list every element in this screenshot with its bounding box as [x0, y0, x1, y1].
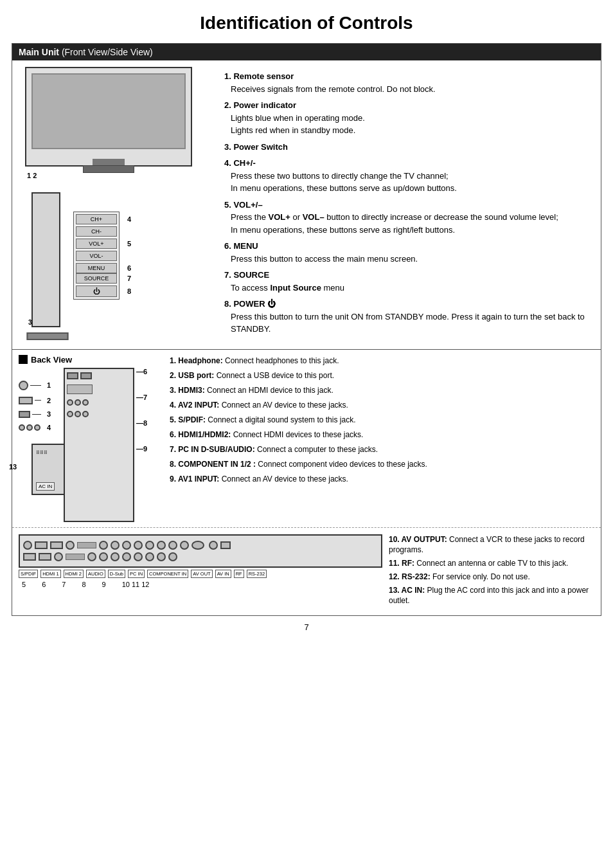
back-view-diagram: Back View 1: [19, 355, 160, 522]
num-8: 8: [127, 287, 131, 295]
bottom-panel-top: [19, 534, 382, 568]
tv-front-illustration: [25, 67, 192, 167]
desc-menu: 6. MENU Press this button to access the …: [224, 240, 588, 265]
bp-circle-10: [180, 541, 189, 550]
bp2-circle-1: [54, 552, 63, 561]
bp2-circle-7: [145, 552, 154, 561]
port-headphone: 1: [19, 381, 41, 390]
bnum-7: 7: [62, 581, 66, 588]
black-square-icon: [19, 355, 28, 364]
bp-circle-large: [191, 541, 204, 550]
desc-1-title: 1. Remote sensor: [224, 71, 294, 81]
vol-minus-btn: VOL-: [76, 251, 117, 261]
bp-circle-3: [99, 541, 108, 550]
bottom-number-row: 5 6 7 8 9 10 11 12: [19, 581, 382, 588]
tv-side-body: [31, 192, 60, 327]
comp-cb: [75, 399, 81, 406]
label-rs232: RS-232: [247, 570, 267, 578]
tv-side-base: [27, 332, 69, 340]
label-hdmi2: HDMI 2: [64, 570, 84, 578]
rp-num-8: —8: [136, 419, 147, 427]
right-panel-box: [64, 368, 134, 522]
bp-circle-4: [111, 541, 120, 550]
tv-stand: [83, 165, 134, 173]
bp2-rect-2: [39, 553, 51, 561]
bottom-ports-bottom-row: [23, 552, 378, 561]
top-section: 1 2 3 CH+ 4 CH-: [12, 60, 601, 349]
back-desc-3: 3. HDMI3: Connect an HDMI device to this…: [170, 384, 591, 396]
usb-port: [19, 397, 33, 404]
ch-minus-btn: CH-: [76, 226, 117, 237]
bp-circle-5: [122, 541, 131, 550]
back-desc-5: 5. S/PDIF: Connect a digital sound syste…: [170, 414, 591, 426]
av1-group: [67, 411, 131, 417]
hdmi12-group: [67, 372, 131, 379]
desc-8-body: Press this button to turn the unit ON fr…: [231, 311, 588, 336]
back-panel-area: 1 2 3: [19, 368, 160, 522]
bp-circle-rf: [209, 541, 218, 550]
controls-diagram: CH+ 4 CH- VOL+ 5 VOL- MENU 6: [73, 212, 120, 340]
desc-ch: 4. CH+/- Press these two buttons to dire…: [224, 157, 588, 195]
label-pcin: PC IN: [128, 570, 145, 578]
menu-btn: MENU: [76, 263, 117, 273]
ch-plus-btn: CH+: [76, 214, 117, 224]
back-view-label: Back View: [19, 355, 160, 365]
headphone-jack: [19, 381, 28, 390]
desc-5-body: Press the VOL+ or VOL– button to directl…: [231, 211, 588, 236]
hdmi2-jack: [80, 372, 92, 379]
av2-jacks: [19, 424, 40, 431]
av1-jack-1: [67, 411, 73, 417]
bnum-8: 8: [82, 581, 85, 588]
bnum-10: 10 11 12: [122, 581, 150, 588]
desc-remote-sensor: 1. Remote sensor Receives signals from t…: [224, 70, 588, 95]
bottom-ports-top-row: [23, 541, 378, 550]
connector-line-3: [32, 414, 41, 415]
bp2-circle-5: [122, 552, 131, 561]
bp-circle-7: [145, 541, 154, 550]
bottom-descriptions: 10. AV OUTPUT: Connect a VCR to these ja…: [389, 534, 594, 610]
tv-foot: [93, 159, 125, 165]
bp2-circle-6: [134, 552, 143, 561]
bp-circle-8: [157, 541, 166, 550]
desc-power-switch: 3. Power Switch: [224, 141, 588, 154]
av2-jack-2: [26, 424, 33, 431]
back-tv-body: AC IN ⠿⠿⠿ 13: [19, 444, 41, 495]
back-desc-8: 8. COMPONENT IN 1/2 : Connect component …: [170, 458, 591, 470]
ch-plus-row: CH+ 4: [76, 214, 117, 224]
label-rf: RF: [234, 570, 244, 578]
rp-num-7: —7: [136, 393, 147, 401]
desc-2-title: 2. Power indicator: [224, 100, 296, 110]
bp-rect-1: [35, 541, 48, 549]
back-desc-4: 4. AV2 INPUT: Connect an AV device to th…: [170, 399, 591, 411]
hdmi1-jack: [67, 372, 78, 379]
vol-plus-row: VOL+ 5: [76, 239, 117, 249]
connector-line-2: [35, 400, 41, 401]
num-6: 6: [127, 264, 131, 272]
tv-screen: [31, 73, 186, 149]
hdmi3-jack: [19, 411, 30, 418]
left-ports-diagram: 1 2 3: [19, 381, 41, 495]
label-hdmi1: HDMI 1: [40, 570, 60, 578]
bp-circle-6: [134, 541, 143, 550]
av2-jack-3: [34, 424, 40, 431]
desc-8-title: 8. POWER ⏻: [224, 299, 276, 309]
power-btn: ⏻: [76, 285, 117, 297]
desc-2-body: Lights blue when in operating mode. Ligh…: [231, 112, 588, 137]
bottom-section: S/PDIF HDMI 1 HDMI 2 AUDIO D-Sub PC IN C…: [12, 527, 601, 616]
controls-box: CH+ 4 CH- VOL+ 5 VOL- MENU 6: [73, 212, 120, 300]
port-av2: 4: [19, 424, 41, 431]
label-component: COMPONENT IN: [147, 570, 188, 578]
label-avin: AV IN: [215, 570, 231, 578]
av1-jack-2: [75, 411, 81, 417]
bp-circle-1: [23, 541, 32, 550]
power-row: ⏻ 8: [76, 285, 117, 297]
page-number: 7: [0, 616, 613, 638]
port-num-2: 2: [47, 397, 51, 404]
port-usb: 2: [19, 397, 41, 404]
desc-power-indicator: 2. Power indicator Lights blue when in o…: [224, 99, 588, 137]
label-1: 1 2: [27, 172, 37, 179]
label-audio: AUDIO: [86, 570, 105, 578]
desc-6-body: Press this button to access the main men…: [231, 253, 588, 266]
desc-1-body: Receives signals from the remote control…: [231, 83, 588, 96]
desc-vol: 5. VOL+/– Press the VOL+ or VOL– button …: [224, 199, 588, 237]
